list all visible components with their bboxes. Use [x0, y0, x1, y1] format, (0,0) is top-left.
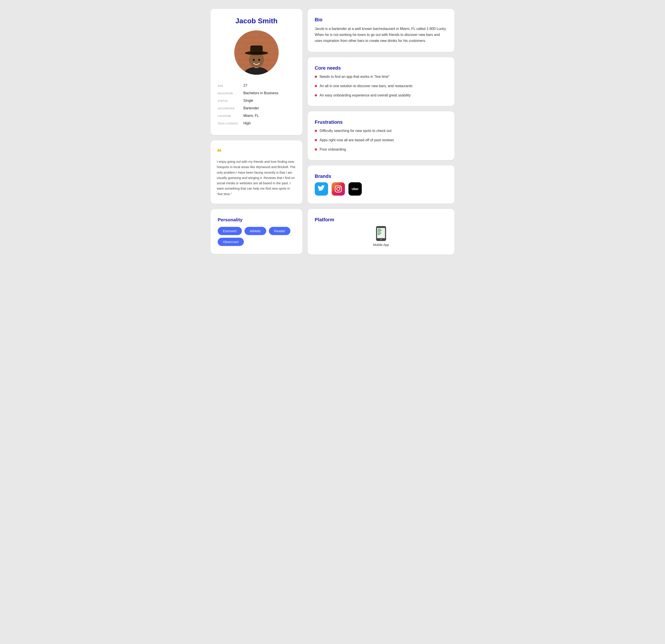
- core-needs-list: Needs to find an app that works in “live…: [315, 74, 447, 98]
- personality-title: Personality: [218, 217, 295, 222]
- tag-reader: Reader: [269, 227, 291, 235]
- platform-icon: ✓ ✓ ✓ Mobile App: [315, 226, 447, 246]
- svg-text:✓: ✓: [382, 230, 383, 231]
- svg-text:✓: ✓: [381, 231, 382, 233]
- frustrations-list: Difficulty searching for new spots to ch…: [315, 128, 447, 152]
- bio-card: Bio Jacob is a bartender at a well known…: [308, 9, 454, 52]
- svg-rect-36: [378, 229, 381, 229]
- brands-row: Uber: [315, 182, 447, 196]
- svg-rect-37: [378, 230, 382, 231]
- education-label: EDUCATION: [218, 92, 240, 95]
- twitter-icon: [315, 182, 328, 196]
- uber-icon: Uber: [348, 182, 362, 196]
- age-value: 27: [243, 84, 247, 88]
- tag-extrovert: Extrovert: [218, 227, 242, 235]
- bullet-dot: [315, 139, 317, 141]
- frustration-3: Poor onboarding: [320, 147, 346, 152]
- core-need-2: An all in one solution to discover new b…: [320, 84, 413, 89]
- core-needs-card: Core needs Needs to find an app that wor…: [308, 57, 454, 106]
- personality-card: Personality Extrovert Athletic Reader Ob…: [211, 209, 302, 254]
- list-item: An all in one solution to discover new b…: [315, 84, 447, 89]
- list-item: Needs to find an app that works in “live…: [315, 74, 447, 79]
- svg-point-44: [380, 239, 382, 240]
- status-label: STATUS: [218, 100, 240, 102]
- frustration-1: Difficulty searching for new spots to ch…: [320, 128, 392, 133]
- svg-point-29: [253, 59, 255, 61]
- core-need-3: An easy onboarding experience and overal…: [320, 93, 411, 98]
- quote-card: ❝ I enjoy going out with my friends and …: [211, 140, 302, 204]
- svg-rect-28: [250, 52, 263, 54]
- tag-athletic: Athletic: [245, 227, 266, 235]
- platform-label: Mobile App: [373, 243, 389, 246]
- bullet-dot: [315, 148, 317, 151]
- svg-rect-38: [378, 232, 380, 232]
- core-needs-title: Core needs: [315, 65, 447, 71]
- profile-card: Jacob Smith: [211, 9, 302, 135]
- location-label: LOCATION: [218, 115, 240, 117]
- quote-text: I enjoy going out with my friends and lo…: [217, 159, 296, 197]
- bullet-dot: [315, 130, 317, 132]
- age-label: AGE: [218, 85, 240, 87]
- frustrations-title: Frustrations: [315, 119, 447, 125]
- bullet-dot: [315, 76, 317, 78]
- bio-title: Bio: [315, 17, 447, 23]
- page-grid: Jacob Smith: [211, 9, 454, 255]
- bullet-dot: [315, 85, 317, 87]
- brands-title: Brands: [315, 173, 447, 179]
- education-row: EDUCATION Bachelors in Business: [218, 89, 295, 97]
- avatar: [234, 30, 279, 75]
- tech-row: TECH LITERATE High: [218, 119, 295, 127]
- age-row: AGE 27: [218, 82, 295, 89]
- info-table: AGE 27 EDUCATION Bachelors in Business S…: [218, 82, 295, 127]
- frustration-2: Apps right now all are based off of past…: [320, 137, 394, 143]
- location-row: LOCATION Miami, FL: [218, 112, 295, 119]
- tech-label: TECH LITERATE: [218, 123, 240, 125]
- tag-observant: Observant: [218, 238, 244, 246]
- quote-icon: ❝: [217, 147, 296, 157]
- core-need-1: Needs to find an app that works in “live…: [320, 74, 390, 79]
- occupation-value: Bartender: [243, 106, 259, 110]
- occupation-row: OCCUPATION Bartender: [218, 105, 295, 112]
- education-value: Bachelors in Business: [243, 91, 278, 95]
- svg-rect-31: [335, 186, 341, 192]
- svg-rect-39: [378, 233, 381, 234]
- list-item: Apps right now all are based off of past…: [315, 137, 447, 143]
- bullet-dot: [315, 94, 317, 96]
- brands-card: Brands Uber: [308, 165, 454, 204]
- status-row: STATUS Single: [218, 97, 295, 105]
- svg-point-30: [258, 59, 260, 61]
- right-column: Bio Jacob is a bartender at a well known…: [308, 9, 454, 255]
- tech-value: High: [243, 121, 251, 125]
- list-item: Poor onboarding: [315, 147, 447, 152]
- profile-name: Jacob Smith: [218, 17, 295, 25]
- bio-text: Jacob is a bartender at a well known bar…: [315, 26, 447, 44]
- personality-tags: Extrovert Athletic Reader Observant: [218, 227, 295, 246]
- mobile-phone-icon: ✓ ✓ ✓: [376, 226, 386, 241]
- svg-point-32: [337, 187, 340, 190]
- list-item: Difficulty searching for new spots to ch…: [315, 128, 447, 133]
- instagram-icon: [331, 182, 345, 196]
- svg-point-33: [340, 187, 341, 188]
- location-value: Miami, FL: [243, 114, 259, 118]
- occupation-label: OCCUPATION: [218, 107, 240, 110]
- left-column: Jacob Smith: [211, 9, 302, 255]
- status-value: Single: [243, 99, 253, 103]
- uber-label: Uber: [352, 187, 358, 191]
- platform-title: Platform: [315, 217, 447, 223]
- platform-card: Platform ✓ ✓ ✓ M: [308, 209, 454, 255]
- list-item: An easy onboarding experience and overal…: [315, 93, 447, 98]
- svg-rect-40: [378, 234, 380, 235]
- frustrations-card: Frustrations Difficulty searching for ne…: [308, 111, 454, 160]
